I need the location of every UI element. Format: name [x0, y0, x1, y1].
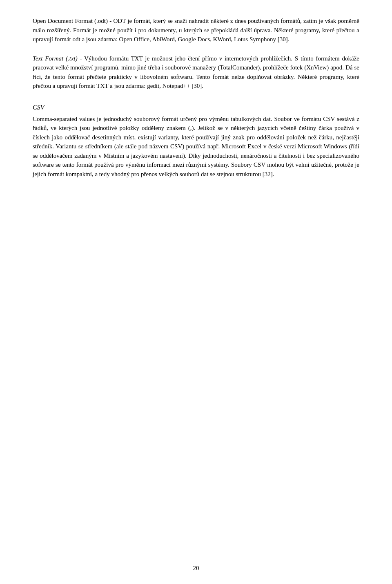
- text-format-paragraph: Text Format (.txt) - Výhodou formátu TXT…: [33, 54, 359, 91]
- page: Open Document Format (.odt) - ODT je for…: [0, 0, 392, 584]
- csv-heading: CSV: [33, 104, 359, 111]
- csv-text: Comma-separated values je jednoduchý sou…: [33, 116, 359, 177]
- text-format-label: Text Format (.txt): [33, 55, 80, 62]
- page-number: 20: [193, 565, 199, 572]
- csv-heading-text: CSV: [33, 104, 44, 111]
- csv-paragraph: Comma-separated values je jednoduchý sou…: [33, 114, 359, 179]
- odt-paragraph: Open Document Format (.odt) - ODT je for…: [33, 16, 359, 44]
- text-format-italic-label: Text Format: [33, 55, 63, 62]
- odt-text: Open Document Format (.odt) - ODT je for…: [33, 18, 359, 43]
- text-format-ext: (.txt): [66, 55, 78, 62]
- text-format-rest: - Výhodou formátu TXT je možnost jeho čt…: [33, 55, 359, 90]
